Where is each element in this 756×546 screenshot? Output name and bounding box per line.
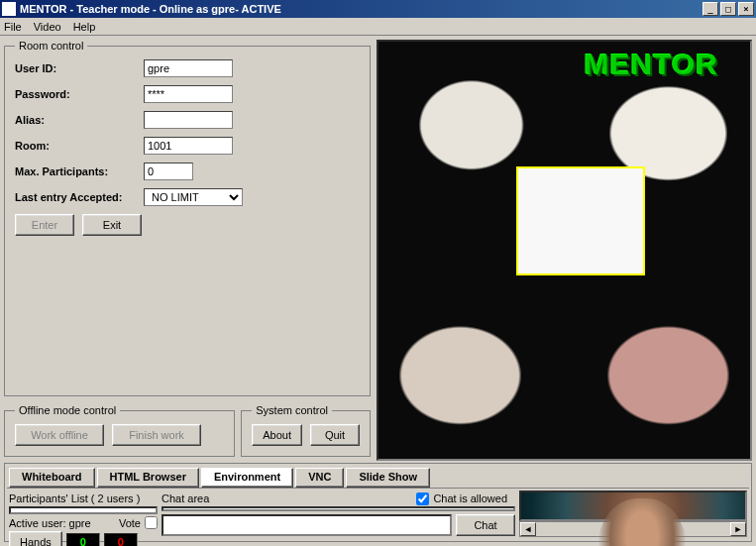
alias-input[interactable]	[144, 111, 233, 129]
tab-slide-show[interactable]: Slide Show	[346, 468, 430, 488]
preview-pane: MENTOR	[377, 40, 752, 461]
menu-file[interactable]: File	[4, 21, 22, 33]
lower-panel: Whiteboard HTML Browser Environment VNC …	[4, 463, 752, 542]
chat-column: Chat area Chat is allowed Chat	[162, 491, 515, 537]
video-feed	[519, 491, 747, 521]
room-input[interactable]	[144, 137, 233, 155]
video-person	[597, 498, 687, 546]
list-item[interactable]: gpre ( )(1001)	[13, 510, 154, 514]
vote-checkbox[interactable]	[145, 516, 158, 529]
hands-button[interactable]: Hands	[9, 531, 62, 546]
chat-allowed-checkbox[interactable]	[416, 492, 429, 505]
mentor-logo-text: MENTOR	[585, 48, 718, 81]
password-input[interactable]	[144, 85, 233, 103]
minimize-button[interactable]: _	[702, 2, 718, 16]
top-row: Room control User ID: Password: Alias: R…	[4, 40, 752, 461]
mentor-center-window	[516, 166, 645, 275]
tab-html-browser[interactable]: HTML Browser	[97, 468, 199, 488]
participants-column: Participants' List ( 2 users ) gpre ( )(…	[9, 491, 158, 537]
active-user-label: Active user: gpre	[9, 517, 115, 529]
titlebar-text: MENTOR - Teacher mode - Online as gpre- …	[20, 3, 702, 15]
window-controls: _ □ ×	[702, 2, 754, 16]
user-online-icon	[14, 512, 26, 514]
room-label: Room:	[15, 140, 144, 152]
chat-header: Chat area	[162, 491, 416, 506]
app-icon	[2, 2, 16, 16]
finish-work-button[interactable]: Finish work	[112, 424, 201, 446]
hands-green-count: 0	[66, 533, 100, 546]
system-control-group: System control About Quit	[241, 404, 371, 457]
about-button[interactable]: About	[252, 424, 302, 446]
menu-help[interactable]: Help	[73, 21, 96, 33]
participant-label: gpre ( )(1001)	[29, 511, 97, 514]
max-participants-label: Max. Participants:	[15, 165, 144, 177]
mentor-image: MENTOR	[378, 42, 750, 459]
last-entry-select[interactable]: NO LIMIT	[144, 188, 243, 206]
exit-button[interactable]: Exit	[82, 214, 142, 236]
scroll-left-icon[interactable]: ◄	[520, 522, 536, 536]
hands-red-count: 0	[104, 533, 138, 546]
participants-list[interactable]: gpre ( )(1001) sver ( )	[9, 506, 158, 514]
last-entry-label: Last entry Accepted:	[15, 191, 144, 203]
room-control-group: Room control User ID: Password: Alias: R…	[4, 40, 371, 396]
room-control-legend: Room control	[15, 40, 87, 52]
offline-control-group: Offline mode control Work offline Finish…	[4, 404, 235, 457]
user-id-input[interactable]	[144, 59, 233, 77]
work-offline-button[interactable]: Work offline	[15, 424, 104, 446]
chat-allowed-label: Chat is allowed	[433, 492, 507, 504]
menubar: File Video Help	[0, 18, 756, 36]
user-id-label: User ID:	[15, 62, 144, 74]
close-button[interactable]: ×	[738, 2, 754, 16]
tab-vnc[interactable]: VNC	[295, 468, 344, 488]
maximize-button[interactable]: □	[720, 2, 736, 16]
tab-environment[interactable]: Environment	[201, 468, 293, 488]
participants-header: Participants' List ( 2 users )	[9, 491, 158, 506]
system-control-legend: System control	[252, 404, 332, 416]
content: Room control User ID: Password: Alias: R…	[0, 36, 756, 546]
password-label: Password:	[15, 88, 144, 100]
chat-area[interactable]	[162, 506, 515, 511]
menu-video[interactable]: Video	[34, 21, 61, 33]
titlebar: MENTOR - Teacher mode - Online as gpre- …	[0, 0, 756, 18]
video-column: ◄ ►	[519, 491, 747, 537]
lower-body: Participants' List ( 2 users ) gpre ( )(…	[7, 488, 749, 539]
vote-label: Vote	[119, 517, 141, 529]
chat-button[interactable]: Chat	[456, 514, 515, 536]
offline-control-legend: Offline mode control	[15, 404, 120, 416]
tab-whiteboard[interactable]: Whiteboard	[9, 468, 95, 488]
chat-input[interactable]	[162, 514, 452, 536]
quit-button[interactable]: Quit	[310, 424, 360, 446]
alias-label: Alias:	[15, 114, 144, 126]
scroll-right-icon[interactable]: ►	[730, 522, 746, 536]
enter-button[interactable]: Enter	[15, 214, 74, 236]
max-participants-input[interactable]	[144, 163, 193, 180]
tabs: Whiteboard HTML Browser Environment VNC …	[7, 466, 749, 488]
